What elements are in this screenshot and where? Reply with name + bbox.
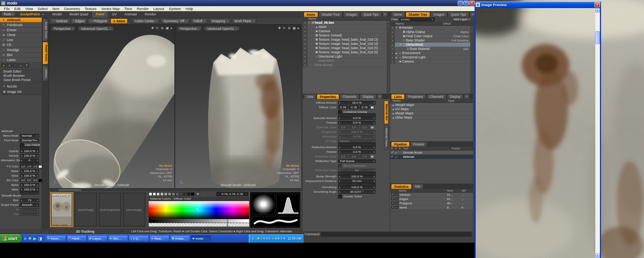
tray-icon[interactable]: ● (278, 237, 279, 240)
property-field[interactable]: 100.0 % (20, 149, 39, 153)
viewport-nav-icon[interactable]: ⊕ (161, 26, 164, 30)
visibility-eye-icon[interactable] (303, 50, 307, 54)
visibility-eye-icon[interactable] (303, 25, 307, 29)
palette-tab-sculpt-paint[interactable]: Sculpt/Paint (18, 12, 42, 17)
menu-item[interactable]: Help (183, 7, 196, 11)
menu-item[interactable]: Select (35, 7, 50, 11)
statistics-row[interactable]: + – Items 8 0 (390, 205, 473, 210)
toolbar-dropdown[interactable]: Snapping (209, 18, 231, 24)
start-button[interactable]: start (0, 234, 22, 243)
property-row[interactable]: Alpha 100.0 % (0, 183, 41, 187)
visibility-eye-icon[interactable] (303, 38, 307, 41)
visibility-eye-icon[interactable] (390, 60, 395, 63)
preset-swatch[interactable] (187, 192, 191, 196)
panel-tab[interactable]: Lists (304, 94, 316, 99)
menu-item[interactable]: Geometry (62, 7, 82, 11)
property-field[interactable]: 0.0 % (338, 116, 376, 120)
preset-swatch[interactable] (179, 192, 183, 196)
selection-mode-button[interactable]: ∕ Edges (71, 18, 87, 24)
paint-tool-item[interactable]: ◎ Blur (0, 53, 42, 58)
map-list-row[interactable]: ▶ UV Maps (390, 107, 473, 111)
property-field[interactable]: Double Sided (338, 195, 362, 198)
property-field[interactable]: 89.5247 ° (338, 190, 376, 194)
layout-tab[interactable]: UV (108, 11, 121, 18)
expander-icon[interactable]: ▶ (392, 104, 395, 106)
toolbar-dropdown[interactable]: Falloff (191, 18, 208, 24)
shader-tree-row[interactable]: ▶ ◐ Environment (390, 51, 473, 55)
expander-icon[interactable]: ▼ (399, 43, 402, 46)
task-button[interactable]: ✉ Inbox... (46, 235, 66, 241)
shader-tree-row[interactable]: ▼ ▤ Render (390, 26, 473, 30)
brush-mode-icon[interactable]: ● (1, 63, 6, 68)
panel-tab[interactable]: Quick Tips (448, 12, 469, 17)
property-row[interactable]: Paint Mode Normal Proj... (0, 138, 41, 142)
property-row[interactable]: Double Sided (303, 194, 380, 198)
collapse-minus-button[interactable]: – (395, 193, 399, 196)
add-tab-button[interactable]: + (382, 12, 388, 17)
color-swatch[interactable] (370, 126, 374, 129)
preset-swatch[interactable] (172, 192, 175, 196)
value-slider[interactable] (149, 219, 249, 223)
scrollbar[interactable]: ▲▼ (470, 26, 473, 94)
visibility-eye-icon[interactable] (303, 42, 307, 46)
preset-swatch[interactable] (153, 192, 156, 196)
viewport-nav-icon[interactable]: ⊕ (288, 26, 291, 30)
menu-item[interactable]: Render (135, 7, 151, 11)
tray-icon[interactable]: ■ (275, 237, 277, 240)
filter-dropdown[interactable]: (none) (399, 18, 435, 22)
material-side-tab[interactable]: Material Ref (384, 101, 389, 124)
property-field[interactable]: Smooth Brush (1, 194, 22, 198)
item-tree-row[interactable]: ▦ Texture: (mixed) (303, 33, 389, 38)
scrollbar-thumb[interactable] (58, 189, 81, 191)
viewport-nav-icon[interactable]: ▣ (292, 26, 296, 30)
panel-tab[interactable]: Channels (427, 94, 447, 99)
viewport-left[interactable]: Perspective Advanced OpenGL ✚↻⊕▣▸ No Ite… (49, 25, 174, 188)
task-button[interactable]: ▦ Layou... (87, 235, 107, 241)
item-tree-row[interactable]: (new scene) (303, 63, 389, 67)
material-side-tab[interactable]: Material Trans (384, 125, 389, 150)
viewport-scrollbar[interactable] (49, 188, 301, 191)
paint-tool-item[interactable]: ∩ Lasso (0, 58, 42, 63)
property-row[interactable]: Value 100.0 % (0, 174, 41, 178)
task-button[interactable]: ▣ Emba... (170, 235, 190, 241)
item-tree-row[interactable]: ◉ Camera (303, 29, 389, 33)
property-field[interactable]: 0.0 % (338, 146, 376, 149)
selection-mode-button[interactable]: ▱ Polygons (88, 18, 110, 24)
preview-scrollbar[interactable]: ▲ ▼ (595, 8, 600, 258)
tray-icon[interactable]: ◆ (263, 237, 265, 240)
property-row[interactable]: Blurry Reflection (303, 164, 380, 168)
property-field[interactable]: 0.0 % (338, 121, 376, 125)
palette-vertical-tab[interactable]: Paint Tools (43, 42, 48, 64)
layout-tab[interactable]: Model (48, 11, 66, 18)
view-type-dropdown[interactable]: Perspective (51, 26, 76, 31)
property-field[interactable]: 100.0 % (338, 175, 376, 179)
quick-launch-icon[interactable]: ▶ (33, 237, 36, 241)
brush-mode-icon[interactable]: T (24, 63, 29, 68)
enable-check[interactable]: ✓ (390, 151, 394, 154)
shader-tree-row[interactable]: ◇ Base Shader Full Shading (390, 38, 473, 43)
layout-tab[interactable]: Model Quad (66, 11, 92, 18)
tools-dropdown[interactable]: Tools (1, 12, 16, 17)
collapse-minus-button[interactable]: – (395, 202, 399, 205)
scrollbar[interactable]: ▲▼ (387, 21, 389, 94)
visibility-eye-icon[interactable] (303, 21, 307, 25)
renderer-dropdown[interactable]: Advanced OpenGL (77, 26, 113, 31)
scroll-down-icon[interactable]: ▼ (595, 253, 600, 258)
item-tree-row[interactable]: ☼ Directional Light (303, 55, 389, 59)
brush-link[interactable]: Brush Editor (1, 69, 41, 74)
expander-icon[interactable]: ▶ (395, 56, 398, 59)
property-field[interactable] (20, 191, 39, 195)
menu-item[interactable]: Layout (151, 7, 167, 11)
preset-swatch[interactable] (191, 192, 194, 196)
property-row[interactable]: Reflection Type Full Scene (303, 159, 380, 163)
add-layer-button[interactable]: Add Layer (452, 17, 472, 22)
preset-swatch[interactable] (156, 192, 160, 196)
menu-item[interactable]: Time (122, 7, 135, 11)
preset-swatch[interactable] (168, 192, 171, 196)
shader-tree-row[interactable]: ◎ Base Material (all) (390, 47, 473, 51)
brush-link[interactable]: Brush Browser (1, 74, 41, 78)
property-field[interactable]: Normal (20, 134, 39, 138)
visibility-eye-icon[interactable] (390, 43, 395, 46)
panel-tab[interactable]: Items (391, 12, 405, 17)
visibility-eye-icon[interactable] (390, 30, 395, 34)
